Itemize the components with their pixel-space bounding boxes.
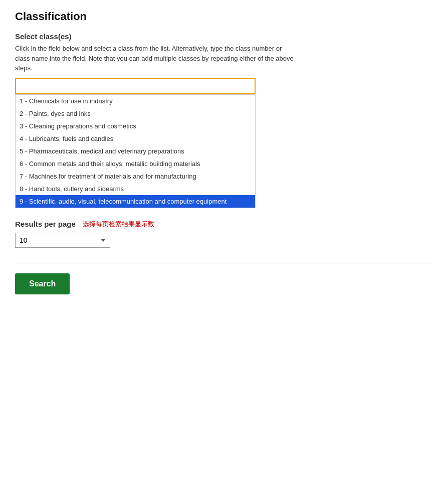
results-label: Results per page bbox=[15, 220, 76, 228]
divider bbox=[15, 263, 433, 263]
class-input[interactable] bbox=[15, 78, 256, 94]
dropdown-item-4[interactable]: 4 - Lubricants, fuels and candles bbox=[16, 132, 255, 145]
class-input-wrapper: 1 - Chemicals for use in industry2 - Pai… bbox=[15, 78, 256, 94]
search-button[interactable]: Search bbox=[15, 273, 70, 294]
class-dropdown-list[interactable]: 1 - Chemicals for use in industry2 - Pai… bbox=[15, 94, 256, 208]
select-classes-section: Select class(es) Click in the field belo… bbox=[15, 32, 433, 105]
results-header: Results per page 选择每页检索结果显示数 bbox=[15, 220, 433, 229]
dropdown-item-8[interactable]: 8 - Hand tools, cutlery and sidearms bbox=[16, 183, 255, 195]
dropdown-item-9[interactable]: 9 - Scientific, audio, visual, telecommu… bbox=[16, 195, 255, 208]
results-section: Results per page 选择每页检索结果显示数 102550100 bbox=[15, 220, 433, 248]
dropdown-item-1[interactable]: 1 - Chemicals for use in industry bbox=[16, 95, 255, 107]
dropdown-item-5[interactable]: 5 - Pharmaceuticals, medical and veterin… bbox=[16, 145, 255, 157]
dropdown-item-2[interactable]: 2 - Paints, dyes and inks bbox=[16, 107, 255, 120]
dropdown-item-7[interactable]: 7 - Machines for treatment of materials … bbox=[16, 170, 255, 183]
dropdown-item-3[interactable]: 3 - Cleaning preparations and cosmetics bbox=[16, 120, 255, 132]
select-classes-description: Click in the field below and select a cl… bbox=[15, 44, 296, 73]
select-classes-label: Select class(es) bbox=[15, 32, 433, 41]
dropdown-item-6[interactable]: 6 - Common metals and their alloys; meta… bbox=[16, 157, 255, 170]
page-title: Classification bbox=[15, 10, 433, 23]
results-dropdown[interactable]: 102550100 bbox=[15, 233, 110, 248]
results-hint: 选择每页检索结果显示数 bbox=[83, 220, 154, 229]
